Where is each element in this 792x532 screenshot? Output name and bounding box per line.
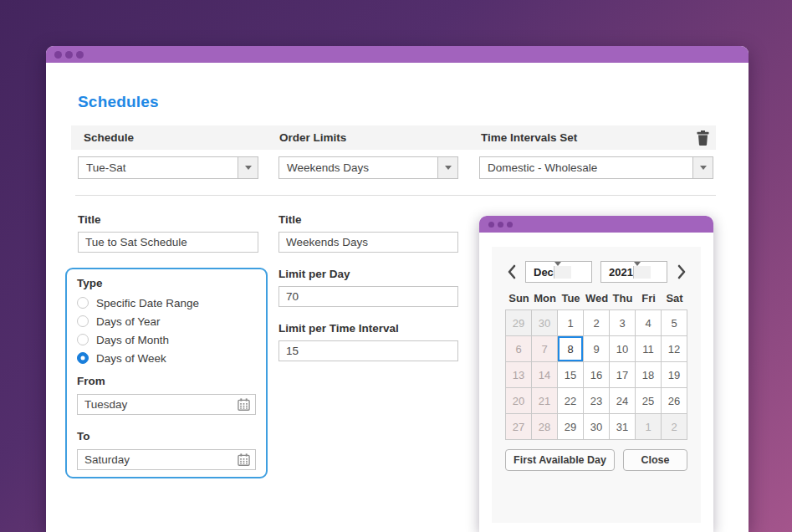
calendar-day-9[interactable]: 9 — [584, 336, 610, 362]
calendar-titlebar — [479, 216, 713, 233]
chevron-right-icon — [677, 264, 687, 279]
radio-checked-icon — [77, 352, 89, 364]
year-select-value: 2021 — [609, 266, 633, 279]
calendar-day-18[interactable]: 18 — [636, 362, 662, 388]
time-intervals-select-value: Domestic - Wholesale — [488, 161, 597, 174]
calendar-icon — [238, 453, 250, 466]
schedule-toolbar: Schedule Order Limits Time Intervals Set — [71, 125, 716, 150]
radio-unchecked-icon — [77, 334, 89, 345]
calendar-day-headers: SunMonTueWedThuFriSat — [505, 292, 687, 304]
time-intervals-select[interactable]: Domestic - Wholesale — [479, 156, 713, 179]
year-select[interactable]: 2021 — [600, 261, 667, 283]
close-button[interactable]: Close — [623, 449, 687, 471]
window-control-dot — [507, 222, 513, 228]
calendar-day-11[interactable]: 11 — [636, 336, 662, 362]
calendar-day-2[interactable]: 2 — [584, 310, 610, 336]
day-header-tue: Tue — [558, 292, 584, 304]
window-control-dot — [498, 222, 503, 228]
radio-option-label: Days of Month — [96, 334, 169, 346]
calendar-day-31[interactable]: 31 — [610, 414, 636, 440]
radio-option-specific-date-range[interactable]: Specific Date Range — [77, 294, 256, 312]
calendar-day-14: 14 — [532, 362, 558, 388]
calendar-icon — [238, 398, 250, 411]
to-datepicker-button[interactable] — [238, 453, 250, 466]
calendar-day-15[interactable]: 15 — [558, 362, 584, 388]
window-control-dot — [488, 222, 494, 228]
calendar-day-4[interactable]: 4 — [636, 310, 662, 336]
schedule-select[interactable]: Tue-Sat — [78, 156, 258, 179]
calendar-panel: Dec 2021 SunMonTueWedThuFriSat 293012345… — [492, 247, 701, 523]
calendar-day-10[interactable]: 10 — [610, 336, 636, 362]
to-day-input[interactable] — [77, 449, 256, 470]
calendar-nav: Dec 2021 — [505, 261, 687, 283]
desktop-background: Schedules Schedule Order Limits Time Int… — [0, 0, 792, 532]
chevron-left-icon — [507, 264, 516, 279]
time-intervals-column-label: Time Intervals Set — [481, 131, 577, 144]
next-month-button[interactable] — [676, 263, 687, 281]
radio-option-days-of-week[interactable]: Days of Week — [77, 349, 256, 367]
type-label: Type — [77, 277, 256, 294]
radio-option-days-of-month[interactable]: Days of Month — [77, 330, 256, 349]
calendar-day-26[interactable]: 26 — [662, 388, 687, 414]
order-limits-column: Title Limit per Day Limit per Time Inter… — [278, 213, 458, 361]
calendar-day-12[interactable]: 12 — [662, 336, 687, 362]
from-day-input[interactable] — [77, 394, 256, 415]
calendar-day-19[interactable]: 19 — [662, 362, 687, 388]
calendar-day-6: 6 — [506, 336, 532, 362]
radio-option-days-of-year[interactable]: Days of Year — [77, 312, 256, 330]
day-header-wed: Wed — [584, 292, 610, 304]
calendar-day-3[interactable]: 3 — [610, 310, 636, 336]
calendar-grid: 2930123456789101112131415161718192021222… — [505, 309, 687, 440]
window-control-dot — [65, 51, 73, 59]
calendar-day-8[interactable]: 8 — [558, 336, 584, 362]
calendar-day-29[interactable]: 29 — [558, 414, 584, 440]
calendar-day-1[interactable]: 1 — [558, 310, 584, 336]
chevron-down-icon — [633, 266, 651, 279]
order-limits-select-value: Weekends Days — [287, 161, 369, 174]
schedules-window: Schedules Schedule Order Limits Time Int… — [46, 46, 749, 532]
limit-per-interval-input[interactable] — [278, 340, 458, 361]
from-datepicker-button[interactable] — [238, 398, 250, 411]
radio-option-label: Days of Year — [96, 315, 161, 328]
radio-option-label: Specific Date Range — [96, 297, 199, 309]
calendar-day-30[interactable]: 30 — [584, 414, 610, 440]
calendar-day-17[interactable]: 17 — [610, 362, 636, 388]
limit-per-interval-label: Limit per Time Interval — [278, 322, 458, 339]
calendar-day-25[interactable]: 25 — [636, 388, 662, 414]
page-title: Schedules — [78, 93, 159, 111]
calendar-day-16[interactable]: 16 — [584, 362, 610, 388]
month-select[interactable]: Dec — [525, 261, 592, 283]
chevron-down-icon — [692, 157, 713, 178]
type-radio-group: Specific Date RangeDays of YearDays of M… — [77, 294, 256, 367]
prev-month-button[interactable] — [505, 263, 517, 281]
limit-per-day-label: Limit per Day — [278, 268, 458, 284]
limits-title-input[interactable] — [278, 232, 458, 253]
schedule-column-label: Schedule — [84, 131, 134, 144]
order-limits-select[interactable]: Weekends Days — [278, 156, 458, 179]
calendar-day-29-othermonth: 29 — [506, 310, 532, 336]
calendar-day-23[interactable]: 23 — [584, 388, 610, 414]
type-section: Type Specific Date RangeDays of YearDays… — [65, 268, 268, 478]
calendar-day-20: 20 — [506, 388, 532, 414]
calendar-day-1-othermonth: 1 — [636, 414, 662, 440]
limit-per-day-input[interactable] — [278, 286, 458, 307]
chevron-down-icon — [437, 157, 457, 178]
chevron-down-icon — [238, 157, 258, 178]
calendar-day-28: 28 — [532, 414, 558, 440]
limits-title-label: Title — [278, 213, 458, 230]
calendar-day-24[interactable]: 24 — [610, 388, 636, 414]
radio-unchecked-icon — [77, 315, 89, 327]
calendar-day-7: 7 — [532, 336, 558, 362]
from-label: From — [77, 375, 256, 391]
calendar-day-30-othermonth: 30 — [532, 310, 558, 336]
order-limits-column-label: Order Limits — [279, 131, 346, 144]
calendar-day-22[interactable]: 22 — [558, 388, 584, 414]
calendar-day-27: 27 — [506, 414, 532, 440]
calendar-day-5[interactable]: 5 — [662, 310, 687, 336]
first-available-day-button[interactable]: First Available Day — [505, 449, 615, 471]
schedule-title-input[interactable] — [78, 232, 258, 253]
day-header-sat: Sat — [662, 292, 687, 304]
window-control-dot — [54, 51, 62, 59]
to-label: To — [77, 430, 256, 447]
delete-schedule-button[interactable] — [695, 130, 710, 146]
